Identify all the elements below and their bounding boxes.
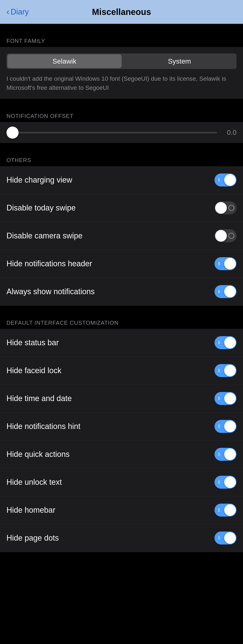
toggle-label-hide-faceid: Hide faceid lock (6, 366, 61, 375)
toggle-row-disable-camera: Disable camera swipe (0, 222, 243, 250)
toggle-knob-disable-today (215, 202, 227, 214)
segment-selawik[interactable]: Selawik (7, 54, 122, 68)
gap-4 (0, 306, 243, 314)
toggle-hide-faceid[interactable]: I (215, 364, 237, 377)
toggle-label-hide-pagedots: Hide page dots (6, 534, 59, 542)
toggle-always-show[interactable]: I (215, 285, 237, 298)
toggle-row-hide-notif-header: Hide notifications header I (0, 250, 243, 278)
toggle-label-hide-unlock: Hide unlock text (6, 478, 62, 487)
slider-track[interactable] (6, 132, 217, 134)
toggle-knob-hide-pagedots (224, 532, 236, 544)
default-interface-header: DEFAULT INTERFACE CUSTOMIZATION (0, 314, 243, 329)
toggle-label-hide-status: Hide status bar (6, 338, 59, 347)
toggle-row-disable-today: Disable today swipe (0, 194, 243, 222)
toggle-label-disable-camera: Disable camera swipe (6, 231, 82, 240)
toggle-hide-time[interactable]: I (215, 392, 237, 405)
slider-thumb[interactable] (6, 126, 18, 139)
toggle-label-always-show: Always show notifications (6, 287, 95, 296)
gap-1 (0, 24, 243, 32)
back-label: Diary (10, 7, 29, 16)
others-header: OTHERS (0, 152, 243, 166)
toggle-row-hide-faceid: Hide faceid lock I (0, 357, 243, 385)
bottom-spacer (0, 552, 243, 565)
toggle-knob-hide-notif-header (224, 258, 236, 270)
toggle-hide-pagedots[interactable]: I (215, 532, 237, 544)
toggle-label-hide-quick: Hide quick actions (6, 450, 69, 459)
toggle-knob-hide-time (224, 393, 236, 404)
toggle-hide-unlock[interactable]: I (215, 476, 237, 489)
toggle-disable-camera[interactable] (215, 229, 237, 242)
font-note: I couldn't add the original Windows 10 f… (6, 74, 237, 92)
toggle-label-hide-charging: Hide charging view (6, 176, 72, 184)
toggle-knob-hide-charging (224, 174, 236, 186)
toggle-hide-notif-header[interactable]: I (215, 257, 237, 270)
back-button[interactable]: ‹ Diary (6, 7, 29, 16)
toggle-knob-hide-faceid (224, 365, 236, 376)
page-title: Miscellaneous (92, 7, 151, 17)
slider-row: 0.0 (6, 128, 237, 136)
font-segment-control[interactable]: Selawik System (6, 54, 237, 69)
font-family-section: Selawik System I couldn't add the origin… (0, 47, 243, 99)
slider-value: 0.0 (222, 128, 237, 136)
toggle-row-hide-pagedots: Hide page dots I (0, 524, 243, 552)
toggle-row-hide-homebar: Hide homebar I (0, 496, 243, 524)
gap-2 (0, 99, 243, 108)
nav-header: ‹ Diary Miscellaneous (0, 0, 243, 24)
toggle-knob-hide-unlock (224, 476, 236, 488)
toggle-knob-hide-status (224, 337, 236, 348)
toggle-knob-disable-camera (215, 230, 227, 242)
toggle-row-hide-time: Hide time and date I (0, 385, 243, 412)
toggle-knob-always-show (224, 286, 236, 298)
toggle-label-hide-notif-hint: Hide notifications hint (6, 422, 80, 431)
toggle-row-hide-notif-hint: Hide notifications hint I (0, 412, 243, 440)
notification-offset-header: NOTIFICATION OFFSET (0, 108, 243, 122)
toggle-row-hide-charging: Hide charging view I (0, 166, 243, 194)
gap-3 (0, 143, 243, 152)
toggle-hide-charging[interactable]: I (215, 174, 237, 186)
toggle-disable-today[interactable] (215, 202, 237, 214)
notification-offset-section: 0.0 (0, 122, 243, 143)
toggle-hide-notif-hint[interactable]: I (215, 420, 237, 433)
toggle-label-hide-notif-header: Hide notifications header (6, 259, 92, 268)
toggle-row-hide-unlock: Hide unlock text I (0, 468, 243, 496)
toggle-hide-quick[interactable]: I (215, 448, 237, 461)
segment-system[interactable]: System (122, 54, 237, 69)
toggle-label-hide-homebar: Hide homebar (6, 506, 55, 515)
toggle-hide-status[interactable]: I (215, 336, 237, 349)
toggle-hide-homebar[interactable]: I (215, 504, 237, 516)
font-family-header: FONT FAMILY (0, 32, 243, 47)
toggle-row-always-show: Always show notifications I (0, 278, 243, 306)
toggle-label-hide-time: Hide time and date (6, 394, 72, 403)
toggle-knob-hide-homebar (224, 504, 236, 516)
back-chevron-icon: ‹ (6, 7, 9, 16)
toggle-knob-hide-notif-hint (224, 420, 236, 432)
toggle-row-hide-quick: Hide quick actions I (0, 440, 243, 468)
toggle-label-disable-today: Disable today swipe (6, 203, 76, 212)
toggle-knob-hide-quick (224, 448, 236, 460)
toggle-row-hide-status: Hide status bar I (0, 329, 243, 357)
